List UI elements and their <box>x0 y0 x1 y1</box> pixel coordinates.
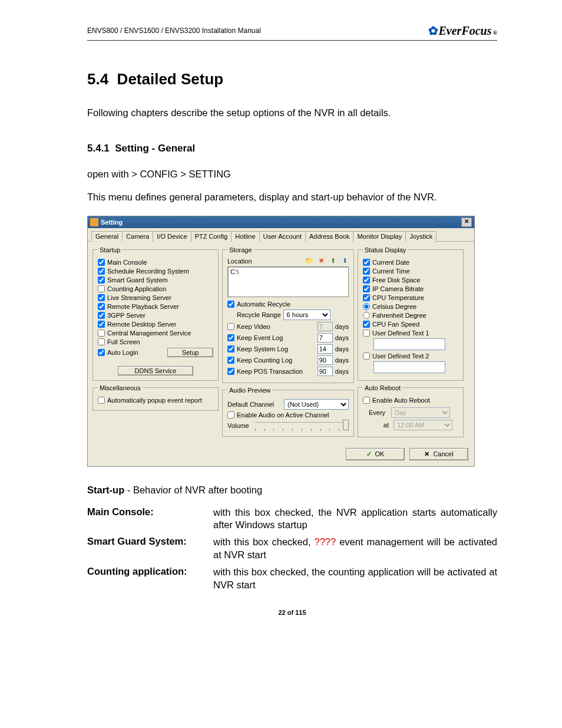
chk-cpu-fan[interactable]: CPU Fan Speed <box>363 321 458 328</box>
location-item[interactable]: C:\ <box>230 268 346 275</box>
chk-keep-pos[interactable] <box>227 368 234 375</box>
brand-icon: ✿ <box>428 24 438 38</box>
chk-ip-bitrate[interactable]: IP Camera Bitrate <box>363 285 458 292</box>
settings-dialog: Setting ✕ General Camera I/O Device PTZ … <box>87 216 475 467</box>
ddns-service-button[interactable]: DDNS Service <box>118 366 193 375</box>
radio-celsius[interactable]: Celsius Degree <box>363 303 458 310</box>
chk-auto-login[interactable]: Auto Login <box>98 349 165 356</box>
chk-smart-guard[interactable]: Smart Guard System <box>98 276 213 284</box>
chk-3gpp-server[interactable]: 3GPP Server <box>98 312 213 319</box>
chk-central-mgmt[interactable]: Central Management Service <box>98 330 213 337</box>
keep-event-days[interactable] <box>318 333 333 342</box>
default-channel-label: Default Channel <box>227 401 282 408</box>
tab-hotline[interactable]: Hotline <box>231 231 259 242</box>
startup-group: Startup Main Console Schedule Recording … <box>92 246 219 381</box>
chk-current-date[interactable]: Current Date <box>363 259 458 266</box>
chk-full-screen[interactable]: Full Screen <box>98 338 213 345</box>
section-intro: Following chapters describe the setup op… <box>87 106 497 119</box>
down-arrow-icon[interactable]: ⬇ <box>340 257 349 265</box>
udt2-input[interactable] <box>373 361 445 373</box>
misc-legend: Miscellaneous <box>98 384 143 391</box>
keep-pos-days[interactable] <box>318 367 333 376</box>
desc-row-main-console: Main Console: with this box checked, the… <box>87 506 497 532</box>
chk-current-time[interactable]: Current Time <box>363 268 458 275</box>
reboot-every-select: Day <box>391 407 450 418</box>
location-list[interactable]: C:\ <box>227 266 349 297</box>
close-button[interactable]: ✕ <box>461 218 472 227</box>
storage-legend: Storage <box>227 246 254 253</box>
window-title: Setting <box>101 219 123 226</box>
chk-schedule-recording[interactable]: Schedule Recording System <box>98 268 213 275</box>
radio-fahrenheit[interactable]: Fahrenheit Degree <box>363 312 458 319</box>
subsection-heading: 5.4.1 Setting - General <box>87 143 497 154</box>
tab-user-account[interactable]: User Account <box>259 231 306 242</box>
chk-keep-video[interactable] <box>227 323 234 330</box>
chk-cpu-temp[interactable]: CPU Temperature <box>363 294 458 301</box>
keep-system-days[interactable] <box>318 344 333 354</box>
breadcrumb: open with > CONFIG > SETTING <box>87 169 497 180</box>
chk-remote-desktop[interactable]: Remote Desktop Server <box>98 321 213 328</box>
setup-button[interactable]: Setup <box>167 348 213 357</box>
tab-monitor-display[interactable]: Monitor Display <box>353 231 406 242</box>
tab-joystick[interactable]: Joystick <box>405 231 437 242</box>
page-number: 22 of 115 <box>87 609 497 616</box>
chk-live-streaming[interactable]: Live Streaming Server <box>98 294 213 301</box>
chk-remote-playback[interactable]: Remote Playback Server <box>98 303 213 310</box>
section-heading: 5.4 Detailed Setup <box>87 70 497 88</box>
chk-enable-auto-reboot[interactable]: Enable Auto Reboot <box>363 397 458 404</box>
check-icon: ✓ <box>366 450 372 458</box>
chk-keep-system-log[interactable] <box>227 345 234 353</box>
audio-preview-group: Audio Preview Default Channel (Not Used)… <box>222 387 354 437</box>
keep-counting-days[interactable] <box>318 355 333 365</box>
chk-keep-counting-log[interactable] <box>227 357 234 364</box>
recycle-range-select[interactable]: 6 hours <box>283 309 330 320</box>
tab-bar: General Camera I/O Device PTZ Config Hot… <box>88 228 474 242</box>
chk-counting-app[interactable]: Counting Application <box>98 285 213 292</box>
volume-slider[interactable] <box>255 422 349 430</box>
desc-row-smart-guard: Smart Guard System: with this box checke… <box>87 536 497 561</box>
at-label: at <box>369 421 391 429</box>
tab-address-book[interactable]: Address Book <box>305 231 353 242</box>
header-title: ENVS800 / ENVS1600 / ENVS3200 Installati… <box>87 27 261 35</box>
storage-group: Storage Location 📁 ✕ ⬆ ⬇ C:\ Automatic <box>222 246 354 383</box>
udt1-input[interactable] <box>373 338 445 350</box>
chk-auto-recycle[interactable]: Automatic Recycle <box>227 301 349 308</box>
delete-icon[interactable]: ✕ <box>317 257 325 265</box>
reboot-legend: Auto Reboot <box>363 384 402 391</box>
x-icon: ✕ <box>424 450 429 458</box>
desc-row-counting-app: Counting application: with this box chec… <box>87 566 497 591</box>
misc-group: Miscellaneous Automatically popup event … <box>92 384 219 411</box>
audio-legend: Audio Preview <box>227 387 272 394</box>
chk-enable-audio-active[interactable]: Enable Audio on Active Channel <box>227 411 349 419</box>
status-display-group: Status Display Current Date Current Time… <box>358 246 464 381</box>
chk-auto-popup-event[interactable]: Automatically popup event report <box>98 397 213 404</box>
startup-desc-heading: Start-up - Behavior of NVR after booting <box>87 485 497 496</box>
tab-ptz-config[interactable]: PTZ Config <box>191 231 232 242</box>
cancel-button[interactable]: ✕Cancel <box>409 448 468 460</box>
chk-main-console[interactable]: Main Console <box>98 259 213 266</box>
status-legend: Status Display <box>363 246 408 253</box>
tab-io-device[interactable]: I/O Device <box>153 231 191 242</box>
volume-label: Volume <box>227 422 249 429</box>
folder-icon[interactable]: 📁 <box>305 257 313 265</box>
auto-reboot-group: Auto Reboot Enable Auto Reboot Every Day… <box>358 384 464 437</box>
every-label: Every <box>369 409 389 416</box>
ok-button[interactable]: ✓OK <box>346 448 405 460</box>
chk-udt1[interactable]: User Defined Text 1 <box>363 330 458 337</box>
chk-udt2[interactable]: User Defined Text 2 <box>363 353 458 360</box>
reboot-at-select: 12:00 AM <box>394 420 452 430</box>
chk-keep-event-log[interactable] <box>227 334 234 341</box>
titlebar: Setting ✕ <box>88 216 474 228</box>
tab-camera[interactable]: Camera <box>122 231 153 242</box>
subsection-desc: This menu defines general parameters, di… <box>87 190 497 203</box>
recycle-range-label: Recycle Range <box>237 311 281 318</box>
startup-legend: Startup <box>98 246 122 253</box>
chk-free-disk[interactable]: Free Disk Space <box>363 276 458 284</box>
default-channel-select[interactable]: (Not Used) <box>284 399 349 410</box>
brand-logo: ✿ EverFocus® <box>428 24 497 38</box>
location-label: Location <box>227 258 252 265</box>
page-header: ENVS800 / ENVS1600 / ENVS3200 Installati… <box>87 24 497 41</box>
tab-general[interactable]: General <box>91 231 123 242</box>
keep-video-days <box>318 322 333 331</box>
up-arrow-icon[interactable]: ⬆ <box>329 257 337 265</box>
